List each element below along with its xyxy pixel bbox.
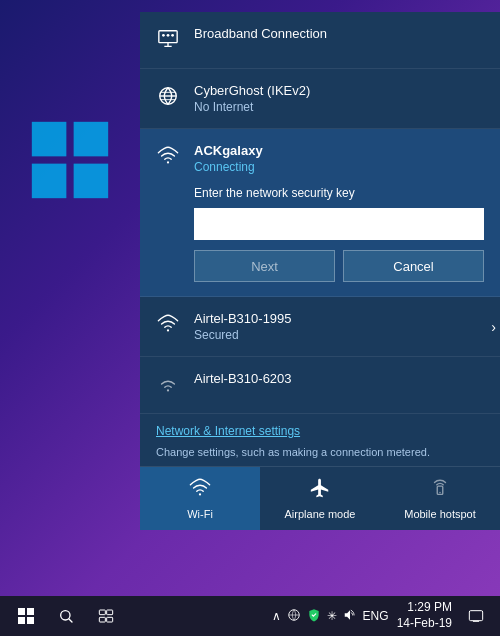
network-settings-link[interactable]: Network & Internet settings — [156, 424, 484, 438]
airplane-quick-icon — [268, 477, 372, 504]
svg-rect-1 — [74, 122, 109, 157]
taskbar-clock[interactable]: 1:29 PM 14-Feb-19 — [397, 600, 452, 631]
start-button[interactable] — [8, 598, 44, 634]
ack-galaxy-section: ACKgalaxy Connecting Enter the network s… — [140, 129, 500, 297]
airplane-quick-label: Airplane mode — [268, 508, 372, 520]
airtel1-name: Airtel-B310-1995 — [194, 311, 484, 326]
lang-label[interactable]: ENG — [363, 609, 389, 623]
svg-rect-21 — [107, 610, 113, 615]
ack-wifi-icon — [156, 145, 180, 171]
broadband-icon — [156, 28, 180, 54]
svg-point-7 — [171, 34, 174, 37]
svg-rect-16 — [27, 608, 34, 615]
wifi-quick-label: Wi-Fi — [148, 508, 252, 520]
svg-rect-22 — [99, 617, 105, 622]
taskbar-date: 14-Feb-19 — [397, 616, 452, 632]
security-key-input[interactable] — [194, 208, 484, 240]
cyberghost-name: CyberGhost (IKEv2) — [194, 83, 484, 98]
airtel2-name: Airtel-B310-6203 — [194, 371, 484, 386]
quick-action-airplane[interactable]: Airplane mode — [260, 467, 380, 530]
hotspot-quick-label: Mobile hotspot — [388, 508, 492, 520]
asterisk-icon[interactable]: ✳ — [327, 609, 337, 623]
airtel1-status: Secured — [194, 328, 484, 342]
quick-actions-bar: Wi-Fi Airplane mode Mobile h — [140, 466, 500, 530]
svg-rect-23 — [107, 617, 113, 622]
network-panel: Broadband Connection CyberGhost (IKEv2) … — [140, 12, 500, 530]
ack-action-buttons: Next Cancel — [194, 250, 484, 282]
cyberghost-info: CyberGhost (IKEv2) No Internet — [194, 83, 484, 114]
windows-logo — [30, 120, 110, 204]
hotspot-quick-icon — [388, 477, 492, 504]
broadband-info: Broadband Connection — [194, 26, 484, 41]
svg-rect-2 — [32, 164, 67, 199]
svg-point-12 — [199, 493, 201, 495]
next-button[interactable]: Next — [194, 250, 335, 282]
svg-rect-15 — [18, 608, 25, 615]
globe-icon[interactable] — [287, 608, 301, 625]
airtel1-wifi-icon — [156, 313, 180, 339]
svg-rect-0 — [32, 122, 67, 157]
cancel-button[interactable]: Cancel — [343, 250, 484, 282]
airtel2-info: Airtel-B310-6203 — [194, 371, 484, 386]
notification-center-button[interactable] — [460, 598, 492, 634]
task-view-button[interactable] — [88, 598, 124, 634]
airtel1-info: Airtel-B310-1995 Secured — [194, 311, 484, 342]
ack-status: Connecting — [194, 160, 263, 174]
quick-action-wifi[interactable]: Wi-Fi — [140, 467, 260, 530]
security-key-label: Enter the network security key — [194, 186, 484, 200]
volume-icon[interactable] — [343, 608, 357, 625]
network-item-airtel1[interactable]: Airtel-B310-1995 Secured › — [140, 297, 500, 357]
svg-point-9 — [167, 161, 169, 163]
scroll-right-indicator: › — [491, 319, 496, 335]
ack-header: ACKgalaxy Connecting — [156, 143, 484, 174]
svg-rect-18 — [27, 617, 34, 624]
svg-rect-20 — [99, 610, 105, 615]
ack-info: ACKgalaxy Connecting — [194, 143, 263, 174]
settings-link-section: Network & Internet settings Change setti… — [140, 414, 500, 466]
svg-rect-25 — [469, 611, 482, 621]
chevron-up-icon[interactable]: ∧ — [272, 609, 281, 623]
svg-point-6 — [167, 34, 170, 37]
settings-description: Change settings, such as making a connec… — [156, 446, 430, 458]
network-item-broadband[interactable]: Broadband Connection — [140, 12, 500, 69]
taskbar-left-icons — [0, 598, 132, 634]
taskbar: ∧ ✳ — [0, 596, 500, 636]
network-item-airtel2[interactable]: Airtel-B310-6203 — [140, 357, 500, 414]
vpn-icon — [156, 85, 180, 111]
svg-point-11 — [167, 389, 169, 391]
ack-name: ACKgalaxy — [194, 143, 263, 158]
svg-point-14 — [439, 492, 440, 493]
svg-rect-3 — [74, 164, 109, 199]
svg-point-10 — [167, 329, 169, 331]
svg-rect-17 — [18, 617, 25, 624]
taskbar-time: 1:29 PM — [397, 600, 452, 616]
taskbar-right-section: ∧ ✳ — [264, 598, 500, 634]
cyberghost-status: No Internet — [194, 100, 484, 114]
shield-icon[interactable] — [307, 608, 321, 625]
quick-action-hotspot[interactable]: Mobile hotspot — [380, 467, 500, 530]
airtel2-wifi-icon — [156, 373, 180, 399]
network-item-cyberghost[interactable]: CyberGhost (IKEv2) No Internet — [140, 69, 500, 129]
system-tray-icons: ∧ ✳ — [272, 608, 389, 625]
broadband-name: Broadband Connection — [194, 26, 484, 41]
search-button[interactable] — [48, 598, 84, 634]
wifi-quick-icon — [148, 477, 252, 504]
svg-rect-4 — [159, 31, 177, 43]
svg-point-5 — [162, 34, 165, 37]
